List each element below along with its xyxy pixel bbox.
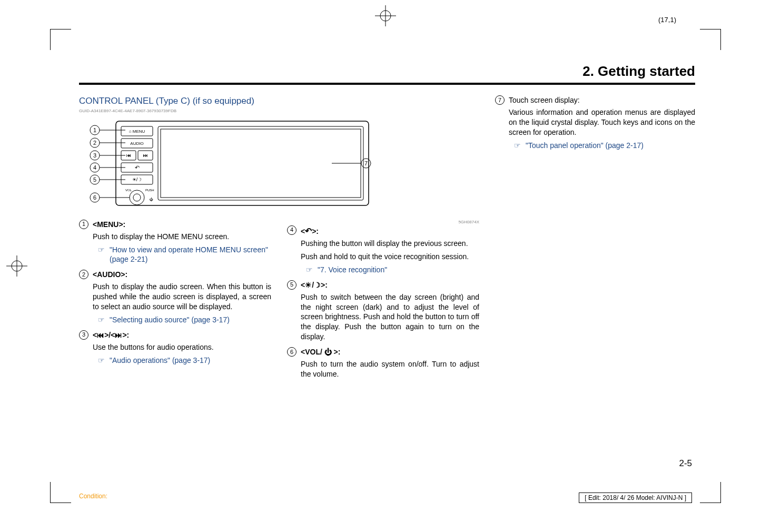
- footer-condition: Condition:: [79, 492, 107, 503]
- svg-text:⏭: ⏭: [143, 153, 148, 158]
- item-body: Push to turn the audio system on/off. Tu…: [301, 359, 479, 379]
- callout-number-icon: 7: [495, 95, 505, 105]
- svg-text:☀/☽: ☀/☽: [132, 177, 142, 182]
- item-body: Push to display the HOME MENU screen.: [93, 232, 271, 242]
- item-5: 5 <☀/☽>: Push to switch between the day …: [287, 280, 479, 345]
- item-label: <☀/☽>:: [301, 281, 328, 289]
- section-title: CONTROL PANEL (Type C) (if so equipped): [79, 95, 479, 107]
- svg-text:5: 5: [93, 176, 96, 183]
- item-label: <VOL/ ⏻ >:: [301, 348, 340, 356]
- svg-text:VOL: VOL: [125, 189, 132, 192]
- item-label: <↶>:: [301, 227, 319, 235]
- svg-text:3: 3: [93, 152, 96, 159]
- registration-mark-left: [4, 255, 27, 277]
- hand-pointer-icon: ☞: [98, 356, 110, 366]
- svg-point-21: [130, 190, 144, 205]
- svg-text:AUDIO: AUDIO: [130, 141, 143, 146]
- item-7: 7 Touch screen display: Various informat…: [495, 95, 695, 153]
- item-body: Push and hold to quit the voice recognit…: [301, 252, 479, 262]
- svg-rect-8: [161, 129, 361, 198]
- svg-point-22: [133, 194, 141, 201]
- footer: Condition: [ Edit: 2018/ 4/ 26 Model: AI…: [0, 492, 771, 503]
- cross-reference: ☞ "Selecting audio source" (page 3-17): [93, 315, 271, 325]
- svg-text:6: 6: [93, 194, 96, 201]
- chapter-rule: [79, 83, 695, 85]
- item-3: 3 <⏮>/<⏭>: Use the buttons for audio ope…: [79, 330, 271, 369]
- brightness-day-night-icon: ☀/☽: [305, 281, 321, 289]
- item-body: Pushing the button will display the prev…: [301, 239, 479, 249]
- footer-edit-info: [ Edit: 2018/ 4/ 26 Model: AIVINJ-N ]: [579, 492, 692, 503]
- svg-text:⌂ MENU: ⌂ MENU: [129, 129, 145, 134]
- cross-reference: ☞ "Audio operations" (page 3-17): [93, 356, 271, 366]
- hand-pointer-icon: ☞: [514, 141, 526, 151]
- item-body: Push to switch between the day screen (b…: [301, 292, 479, 342]
- crop-mark: [50, 29, 71, 50]
- chapter-title: 2. Getting started: [79, 63, 695, 80]
- svg-text:⏻: ⏻: [150, 198, 153, 201]
- item-4: 4 <↶>: Pushing the button will display t…: [287, 225, 479, 278]
- back-arrow-icon: ↶: [305, 226, 312, 235]
- svg-text:PUSH: PUSH: [145, 189, 154, 192]
- item-body: Various information and operation menus …: [509, 107, 695, 137]
- svg-text:1: 1: [93, 127, 96, 133]
- cross-reference: ☞ "How to view and operate HOME MENU scr…: [93, 245, 271, 265]
- item-body: Use the buttons for audio operations.: [93, 342, 271, 352]
- callout-number-icon: 6: [287, 347, 296, 357]
- svg-text:⏮: ⏮: [126, 153, 131, 158]
- hand-pointer-icon: ☞: [98, 245, 110, 255]
- guid-text: GUID-A341EB97-4C4E-4AE7-8907-367930739FD…: [79, 109, 479, 114]
- skip-back-icon: ⏮: [97, 331, 104, 339]
- svg-text:↶: ↶: [135, 164, 140, 171]
- cross-reference: ☞ "Touch panel operation" (page 2-17): [509, 141, 695, 151]
- registration-mark-top: [375, 5, 396, 28]
- item-label: Touch screen display:: [509, 96, 580, 104]
- item-label: <AUDIO>:: [93, 270, 127, 279]
- image-code: 5GH0874X: [287, 220, 479, 225]
- crop-mark: [700, 29, 721, 50]
- svg-text:2: 2: [93, 140, 96, 146]
- item-label: <⏮>/<⏭>:: [93, 331, 129, 339]
- item-body: Push to display the audio screen. When t…: [93, 282, 271, 312]
- callout-number-icon: 1: [79, 220, 88, 229]
- skip-forward-icon: ⏭: [115, 331, 122, 339]
- svg-text:7: 7: [364, 160, 368, 166]
- callout-number-icon: 3: [79, 330, 88, 340]
- hand-pointer-icon: ☞: [98, 315, 110, 325]
- page-coordinate: (17,1): [658, 16, 676, 24]
- item-2: 2 <AUDIO>: Push to display the audio scr…: [79, 270, 271, 328]
- item-1: 1 <MENU>: Push to display the HOME MENU …: [79, 220, 271, 268]
- callout-number-icon: 5: [287, 280, 296, 290]
- page-number: 2-5: [679, 458, 692, 469]
- power-icon: ⏻: [324, 348, 332, 356]
- control-panel-diagram: ⌂ MENU AUDIO ⏮ ⏭ ↶ ☀/☽ VOLPUSH⏻ 1 2 3 4: [79, 119, 479, 213]
- callout-number-icon: 4: [287, 225, 296, 235]
- item-6: 6 <VOL/ ⏻ >: Push to turn the audio syst…: [287, 347, 479, 382]
- cross-reference: ☞ "7. Voice recognition": [301, 265, 479, 275]
- item-label: <MENU>:: [93, 220, 125, 229]
- hand-pointer-icon: ☞: [306, 265, 318, 275]
- callout-number-icon: 2: [79, 270, 88, 279]
- svg-text:4: 4: [93, 164, 96, 171]
